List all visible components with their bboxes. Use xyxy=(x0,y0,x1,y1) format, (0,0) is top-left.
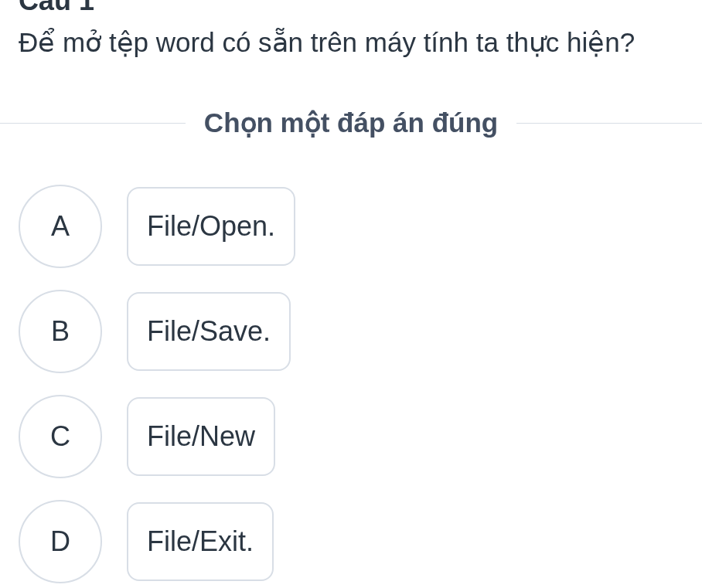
option-row-a: A File/Open. xyxy=(19,185,683,268)
option-letter-b[interactable]: B xyxy=(19,290,102,373)
question-header: Câu 1 Để mở tệp word có sẵn trên máy tín… xyxy=(0,0,702,61)
option-answer-c[interactable]: File/New xyxy=(127,397,275,476)
divider-right xyxy=(516,123,702,124)
question-number: Câu 1 xyxy=(19,0,683,17)
option-letter-c[interactable]: C xyxy=(19,395,102,478)
option-row-d: D File/Exit. xyxy=(19,500,683,583)
instruction-row: Chọn một đáp án đúng xyxy=(0,107,702,138)
option-answer-a[interactable]: File/Open. xyxy=(127,187,295,266)
option-row-c: C File/New xyxy=(19,395,683,478)
question-text: Để mở tệp word có sẵn trên máy tính ta t… xyxy=(19,23,683,61)
instruction-text: Chọn một đáp án đúng xyxy=(186,107,516,138)
option-row-b: B File/Save. xyxy=(19,290,683,373)
option-letter-d[interactable]: D xyxy=(19,500,102,583)
option-answer-d[interactable]: File/Exit. xyxy=(127,502,274,581)
option-letter-a[interactable]: A xyxy=(19,185,102,268)
option-answer-b[interactable]: File/Save. xyxy=(127,292,291,371)
options-list: A File/Open. B File/Save. C File/New D F… xyxy=(0,185,702,583)
divider-left xyxy=(0,123,186,124)
